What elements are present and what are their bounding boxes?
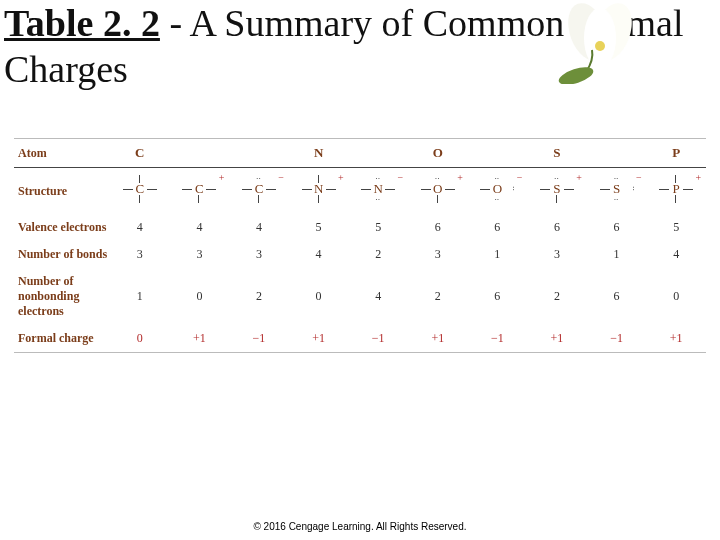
formal-charge-value: +1 [646,325,706,353]
atom-header [587,139,647,168]
lewis-structure: C+ [170,168,230,215]
atom-header: C [110,139,170,168]
atom-header [468,139,528,168]
atom-header: N [289,139,349,168]
valence-value: 6 [587,214,647,241]
row-bonds: Number of bonds 3334231314 [14,241,706,268]
bonds-value: 3 [110,241,170,268]
valence-value: 4 [170,214,230,241]
atom-header: O [408,139,468,168]
atom-header [229,139,289,168]
nonbonding-value: 0 [646,268,706,325]
svg-point-3 [595,41,605,51]
lewis-structure: O••+ [408,168,468,215]
header: Table 2. 2 - A Summary of Common Formal … [0,0,720,100]
svg-point-2 [584,8,616,68]
nonbonding-value: 4 [348,268,408,325]
bonds-value: 3 [229,241,289,268]
formal-charge-value: +1 [170,325,230,353]
nonbonding-value: 0 [289,268,349,325]
nonbonding-value: 1 [110,268,170,325]
nonbonding-value: 2 [229,268,289,325]
row-nonbonding: Number of nonbonding electrons 102042626… [14,268,706,325]
lewis-structure: P+ [646,168,706,215]
nonbonding-value: 6 [587,268,647,325]
nonbonding-value: 6 [468,268,528,325]
row-formal-charge: Formal charge 0+1−1+1−1+1−1+1−1+1 [14,325,706,353]
rowhdr-bonds: Number of bonds [14,241,110,268]
bonds-value: 3 [527,241,587,268]
valence-value: 5 [348,214,408,241]
formal-charge-value: −1 [348,325,408,353]
rowhdr-nonbonding: Number of nonbonding electrons [14,268,110,325]
formal-charge-value: +1 [527,325,587,353]
formal-charge-value: +1 [408,325,468,353]
rowhdr-valence: Valence electrons [14,214,110,241]
valence-value: 6 [468,214,528,241]
row-valence: Valence electrons 4445566665 [14,214,706,241]
bonds-value: 3 [408,241,468,268]
copyright-footer: © 2016 Cengage Learning. All Rights Rese… [0,521,720,532]
formal-charge-value: −1 [229,325,289,353]
valence-value: 5 [289,214,349,241]
bonds-value: 1 [587,241,647,268]
row-atom: Atom CNOSP [14,139,706,168]
formal-charge-value: −1 [587,325,647,353]
atom-header: P [646,139,706,168]
bonds-value: 3 [170,241,230,268]
lewis-structure: C••− [229,168,289,215]
lewis-structure: C [110,168,170,215]
valence-value: 4 [229,214,289,241]
atom-header [170,139,230,168]
valence-value: 6 [527,214,587,241]
flower-decoration-icon [540,0,660,88]
bonds-value: 1 [468,241,528,268]
lewis-structure: N+ [289,168,349,215]
formal-charge-value: 0 [110,325,170,353]
atom-header: S [527,139,587,168]
title-table-prefix: Table 2. 2 [4,2,160,44]
lewis-structure: O••••••− [468,168,528,215]
rowhdr-formal-charge: Formal charge [14,325,110,353]
formal-charge-value: −1 [468,325,528,353]
row-structure: Structure CC+C••−N+N••••−O••+O••••••−S••… [14,168,706,215]
valence-value: 5 [646,214,706,241]
atom-header [348,139,408,168]
bonds-value: 4 [289,241,349,268]
nonbonding-value: 2 [408,268,468,325]
nonbonding-value: 0 [170,268,230,325]
table: Atom CNOSP Structure CC+C••−N+N••••−O••+… [14,139,706,353]
slide: Table 2. 2 - A Summary of Common Formal … [0,0,720,540]
valence-value: 4 [110,214,170,241]
lewis-structure: N••••− [348,168,408,215]
lewis-structure: S••••••− [587,168,647,215]
valence-value: 6 [408,214,468,241]
lewis-structure: S••+ [527,168,587,215]
formal-charges-table: Atom CNOSP Structure CC+C••−N+N••••−O••+… [14,138,706,353]
rowhdr-atom: Atom [14,139,110,168]
bonds-value: 2 [348,241,408,268]
bonds-value: 4 [646,241,706,268]
rowhdr-structure: Structure [14,168,110,215]
nonbonding-value: 2 [527,268,587,325]
formal-charge-value: +1 [289,325,349,353]
